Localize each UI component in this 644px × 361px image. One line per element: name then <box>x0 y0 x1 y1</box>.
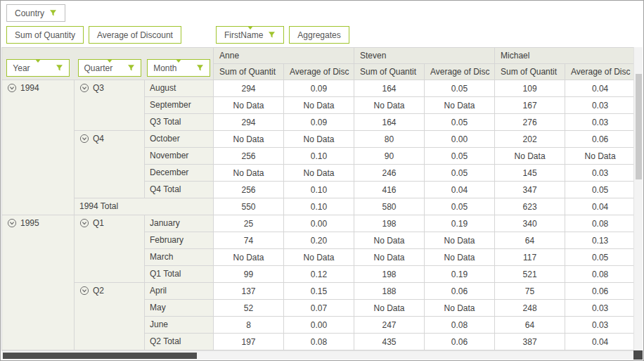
row-header-label: Q2 <box>93 286 104 296</box>
row-field-area: Year Quarter <box>2 59 213 77</box>
collapse-icon[interactable] <box>79 134 89 144</box>
data-cell: 0.06 <box>565 131 636 148</box>
data-cell: 256 <box>214 148 284 165</box>
field-button-year[interactable]: Year <box>6 59 70 77</box>
data-cell: 0.05 <box>425 198 495 215</box>
row-header-label: October <box>150 134 180 144</box>
data-cell: 64 <box>495 232 565 249</box>
table-row: 1994Q3August2940.091640.051090.04 <box>2 80 636 97</box>
field-label: FirstName <box>224 30 263 40</box>
collapse-icon[interactable] <box>7 218 17 228</box>
data-cell: 416 <box>354 182 425 198</box>
measure-header: Sum of Quantit <box>354 64 425 80</box>
data-cell: 0.03 <box>565 165 636 182</box>
month-cell: March <box>145 249 214 266</box>
data-cell: No Data <box>354 300 425 317</box>
data-cell: 0.09 <box>284 114 354 131</box>
data-cell: 164 <box>354 80 425 97</box>
filter-icon[interactable] <box>127 64 135 72</box>
data-cell: 0.05 <box>425 148 495 165</box>
field-label: Year <box>13 63 30 73</box>
horizontal-scrollbar[interactable] <box>1 350 634 360</box>
data-cell: 580 <box>354 198 425 215</box>
collapse-icon[interactable] <box>79 218 89 228</box>
data-cell: 0.05 <box>425 114 495 131</box>
field-label: Month <box>153 63 176 73</box>
data-cell: No Data <box>425 300 495 317</box>
quarter-total-cell: Q1 Total <box>145 266 214 283</box>
collapse-icon[interactable] <box>7 83 17 93</box>
data-cell: 197 <box>214 334 284 350</box>
row-header-label: May <box>150 303 166 312</box>
filter-icon[interactable] <box>268 31 276 39</box>
month-cell: September <box>145 97 214 114</box>
data-cell: 256 <box>214 182 284 198</box>
data-cell: 0.04 <box>565 80 636 97</box>
field-button-month[interactable]: Month <box>147 59 210 77</box>
data-cell: 248 <box>495 300 565 317</box>
field-button-average-of-discount[interactable]: Average of Discount <box>89 26 181 44</box>
row-header-label: Q4 Total <box>150 184 181 194</box>
collapse-icon[interactable] <box>79 286 89 296</box>
filter-icon[interactable] <box>196 64 204 72</box>
data-cell: 0.06 <box>425 334 495 350</box>
data-cell: 550 <box>214 198 284 215</box>
filter-icon[interactable] <box>49 9 57 17</box>
data-cell: 0.06 <box>565 283 636 300</box>
row-header-label: Q1 Total <box>150 269 181 279</box>
row-header-label: 1994 Total <box>79 201 118 211</box>
data-cell: 294 <box>214 80 284 97</box>
data-cell: 294 <box>214 114 284 131</box>
field-button-firstname[interactable]: FirstName <box>216 26 284 44</box>
month-cell: August <box>145 80 214 97</box>
horizontal-scrollbar-thumb[interactable] <box>3 353 197 359</box>
data-cell: No Data <box>354 232 425 249</box>
month-cell: May <box>145 300 214 317</box>
measure-header: Sum of Quantit <box>495 64 565 80</box>
month-cell: October <box>145 131 214 148</box>
filter-icon[interactable] <box>56 64 63 72</box>
quarter-cell: Q4 <box>75 131 145 198</box>
field-label: Country <box>15 8 44 18</box>
collapse-icon[interactable] <box>79 83 89 93</box>
data-cell: 0.00 <box>425 131 495 148</box>
measure-header: Average of Disc <box>425 64 495 80</box>
data-cell: 75 <box>495 283 565 300</box>
table-row: Q4OctoberNo DataNo Data800.002020.06 <box>2 131 636 148</box>
field-button-quarter[interactable]: Quarter <box>78 59 141 77</box>
drop-indicator-icon <box>247 26 253 30</box>
data-cell: 0.10 <box>284 148 354 165</box>
value-field-area: Sum of Quantity Average of Discount <box>6 26 181 44</box>
row-fields-panel: Year Quarter <box>2 48 214 80</box>
field-button-sum-of-quantity[interactable]: Sum of Quantity <box>6 26 84 44</box>
data-cell: 0.08 <box>425 317 495 334</box>
data-cell: 0.04 <box>565 198 636 215</box>
row-header-label: August <box>150 83 176 93</box>
data-cell: 623 <box>495 198 565 215</box>
row-header-label: June <box>150 319 168 329</box>
data-cell: 8 <box>214 317 284 334</box>
data-cell: 0.06 <box>425 283 495 300</box>
data-cell: No Data <box>284 249 354 266</box>
data-cell: 188 <box>354 283 425 300</box>
data-cell: 247 <box>354 317 425 334</box>
row-header-label: September <box>150 100 191 110</box>
column-group-header: Steven <box>354 48 495 64</box>
data-cell: 198 <box>354 215 425 232</box>
data-cell: 0.04 <box>425 182 495 198</box>
field-button-aggregates[interactable]: Aggregates <box>289 26 349 44</box>
month-cell: January <box>145 215 214 232</box>
vertical-scrollbar-thumb[interactable] <box>636 74 642 179</box>
measure-header: Average of Disc <box>284 64 354 80</box>
quarter-cell: Q2 <box>75 283 145 350</box>
year-total-cell: 1994 Total <box>75 198 214 215</box>
data-cell: No Data <box>214 165 284 182</box>
row-header-label: 1995 <box>20 218 39 228</box>
field-button-country[interactable]: Country <box>6 4 65 22</box>
data-cell: 80 <box>354 131 425 148</box>
data-cell: No Data <box>565 148 636 165</box>
table-row: 1994 Total5500.105800.056230.04 <box>2 198 636 215</box>
data-cell: 435 <box>354 334 425 350</box>
data-cell: 0.05 <box>425 80 495 97</box>
vertical-scrollbar[interactable] <box>633 47 643 351</box>
